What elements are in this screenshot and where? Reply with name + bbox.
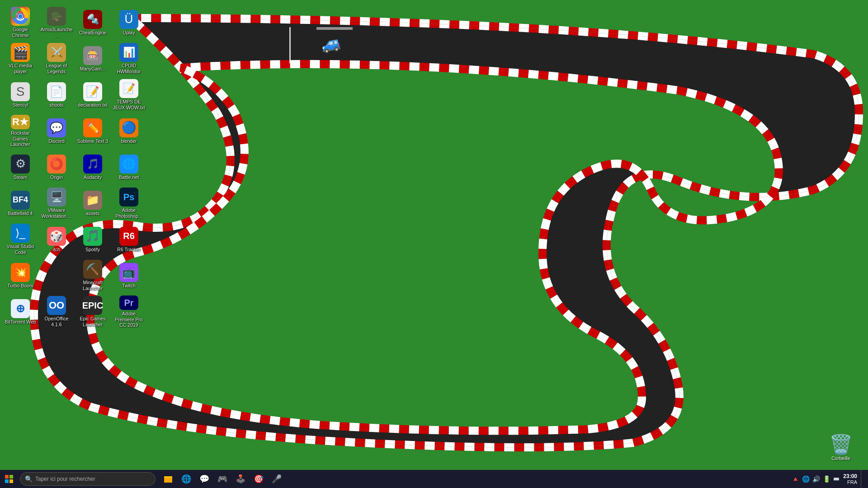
icon-epicgames[interactable]: EPIC Epic Games Launcher (75, 294, 111, 330)
icon-cheatengine[interactable]: 🔩 CheatEngine (75, 5, 111, 41)
steam-icon: ⚙ (11, 155, 30, 174)
recycle-bin[interactable]: 🗑️ Corbeille (823, 429, 859, 465)
icon-turboboom[interactable]: 💥 Turbo Boom (2, 258, 38, 294)
tray-arrow[interactable]: 🔺 (792, 475, 799, 483)
turboboom-icon: 💥 (11, 263, 30, 282)
icon-r6tracker[interactable]: R6 R6 Tracker (111, 221, 147, 258)
taskbar-chrome[interactable]: 🌐 (177, 470, 195, 488)
icon-label-bittorrent: BitTorrent Web (5, 319, 36, 325)
icon-stencyl[interactable]: S Stencyl (2, 77, 38, 113)
icon-uplay[interactable]: Ü Uplay (111, 5, 147, 41)
icon-twitch[interactable]: 📺 Twitch (111, 258, 147, 294)
icon-label-r6tracker: R6 Tracker (117, 247, 140, 253)
icon-label-stencyl: Stencyl (13, 102, 28, 108)
stencyl-icon: S (11, 82, 30, 101)
sys-tray: 🔺 🌐 🔊 🔋 ⌨️ (792, 475, 840, 483)
recycle-bin-label: Corbeille (831, 455, 850, 461)
tempsdejeux-icon: 📝 (119, 79, 138, 98)
spotify-icon: 🎵 (83, 227, 102, 246)
icon-arma3[interactable]: 🪖 Arma3Launche... (38, 5, 75, 41)
vmware-icon: 🖥️ (47, 188, 66, 206)
icon-itch[interactable]: 🎲 itch (38, 221, 75, 258)
icon-label-origin: Origin (50, 174, 63, 180)
icon-rockstar[interactable]: R★ Rockstar Games Launcher (2, 113, 38, 149)
icon-bittorrent[interactable]: ⊕ BitTorrent Web (2, 294, 38, 330)
icon-manygames[interactable]: 🎰 ManyGam... (75, 41, 111, 77)
icon-google-chrome[interactable]: Google Chrome (2, 5, 38, 41)
icon-minecraft[interactable]: ⛏️ Minecraft Launcher (75, 258, 111, 294)
taskbar-mic[interactable]: 🎤 (268, 470, 286, 488)
icon-label-premiere: Adobe Premiere Pro CC 2019 (113, 311, 145, 328)
shoots-icon: 📄 (47, 82, 66, 101)
search-icon: 🔍 (25, 475, 33, 483)
bittorrent-icon: ⊕ (11, 299, 30, 318)
recycle-bin-icon: 🗑️ (829, 433, 853, 455)
icon-label-tempsdejeux: TEMPS DE JEUX WOW.txt (113, 99, 145, 110)
icon-label-bf4: Battlefield 4 (8, 211, 33, 216)
svg-rect-0 (289, 27, 291, 63)
taskbar-apps: 🌐 💬 🎮 🕹️ 🎯 🎤 (159, 470, 286, 488)
svg-rect-10 (5, 479, 9, 483)
premiere-icon: Pr (119, 296, 138, 310)
icon-sublime[interactable]: ✏️ Sublime Text 3 (75, 113, 111, 149)
icon-lol[interactable]: ⚔️ League of Legends (38, 41, 75, 77)
desktop-icons-container: Google Chrome 🎬 VLC media player S Stenc… (0, 0, 145, 348)
icon-battlefield4[interactable]: BF4 Battlefield 4 (2, 185, 38, 221)
vlc-icon: 🎬 (11, 43, 30, 62)
assets-icon: 📁 (83, 191, 102, 210)
show-desktop-button[interactable] (861, 470, 863, 488)
minecraft-icon: ⛏️ (83, 260, 102, 279)
clock[interactable]: 23:00 FRA (843, 473, 857, 485)
icon-battlenet[interactable]: 🌐 Battle.net (111, 149, 147, 185)
icon-vlc[interactable]: 🎬 VLC media player (2, 41, 38, 77)
icon-label-shoots: shoots (50, 102, 64, 108)
icon-cpuid[interactable]: 📊 CPUID HWMonitor (111, 41, 147, 77)
icon-shoots[interactable]: 📄 shoots (38, 77, 75, 113)
icon-tempsdejeux[interactable]: 📝 TEMPS DE JEUX WOW.txt (111, 77, 147, 113)
tray-battery[interactable]: 🔋 (823, 475, 830, 483)
taskbar-discord[interactable]: 💬 (195, 470, 213, 488)
tray-volume[interactable]: 🔊 (812, 475, 820, 483)
uplay-icon: Ü (119, 10, 138, 29)
icon-label-uplay: Uplay (123, 30, 135, 36)
icon-vscode[interactable]: ⟩_ Visual Studio Code (2, 221, 38, 258)
icon-vmware[interactable]: 🖥️ VMware Workstation ... (38, 185, 75, 221)
icon-audacity[interactable]: 🎵 Audacity (75, 149, 111, 185)
icon-label-rockstar: Rockstar Games Launcher (4, 130, 37, 147)
icon-label-steam: Steam (14, 174, 27, 180)
cpuid-icon: 📊 (119, 43, 138, 62)
icon-label-cpuid: CPUID HWMonitor (113, 63, 145, 74)
taskbar-files[interactable] (159, 470, 177, 488)
icon-spotify[interactable]: 🎵 Spotify (75, 221, 111, 258)
icon-openoffice[interactable]: OO OpenOffice 4.1.6 (38, 294, 75, 330)
icon-photoshop[interactable]: Ps Adobe Photoshop... (111, 185, 147, 221)
origin-icon: ⭕ (47, 155, 66, 174)
photoshop-icon: Ps (119, 188, 138, 206)
start-button[interactable] (0, 470, 18, 488)
search-placeholder: Taper ici pour rechercher (35, 476, 95, 482)
icon-origin[interactable]: ⭕ Origin (38, 149, 75, 185)
taskbar-epic[interactable]: 🕹️ (231, 470, 250, 488)
icon-label-lol: League of Legends (40, 63, 73, 74)
twitch-icon: 📺 (119, 263, 138, 282)
declaration-icon: 📝 (83, 82, 102, 101)
taskbar-xbox[interactable]: 🎯 (250, 470, 268, 488)
search-bar[interactable]: 🔍 Taper ici pour rechercher (20, 472, 156, 486)
itch-icon: 🎲 (47, 227, 66, 246)
svg-point-7 (19, 14, 22, 18)
bf4-icon: BF4 (11, 191, 30, 210)
icon-blender[interactable]: 🔵 blender (111, 113, 147, 149)
icon-assets[interactable]: 📁 assets (75, 185, 111, 221)
icon-label-discord: Discord (48, 138, 65, 144)
icon-label-google-chrome: Google Chrome (4, 27, 37, 38)
icon-declaration[interactable]: 📝 declaration.txt (75, 77, 111, 113)
icon-label-battlenet: Battle.net (119, 174, 139, 180)
icon-premiere[interactable]: Pr Adobe Premiere Pro CC 2019 (111, 294, 147, 330)
icon-steam[interactable]: ⚙ Steam (2, 149, 38, 185)
discord-icon: 💬 (47, 118, 66, 137)
tray-keyboard: ⌨️ (833, 476, 840, 482)
tray-network[interactable]: 🌐 (802, 475, 810, 483)
taskbar-steam[interactable]: 🎮 (213, 470, 231, 488)
icon-discord[interactable]: 💬 Discord (38, 113, 75, 149)
icon-label-vscode: Visual Studio Code (4, 244, 37, 255)
